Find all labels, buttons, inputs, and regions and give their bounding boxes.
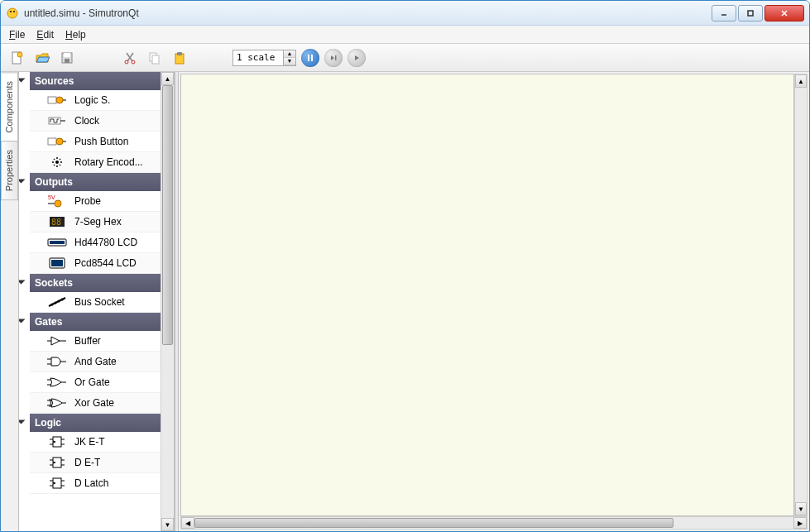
tree-item-label: Push Button bbox=[74, 136, 128, 147]
toolbar: ▲ ▼ bbox=[1, 44, 809, 72]
rotary-encoder-icon bbox=[46, 155, 68, 170]
tree-item-label: JK E-T bbox=[74, 436, 105, 448]
pcd8544-item[interactable]: Pcd8544 LCD bbox=[30, 253, 164, 274]
svg-line-38 bbox=[60, 159, 60, 160]
svg-point-1 bbox=[10, 11, 12, 12]
scale-input[interactable] bbox=[233, 50, 283, 65]
svg-point-53 bbox=[61, 299, 64, 301]
category-header[interactable]: Sockets bbox=[30, 274, 164, 292]
maximize-button[interactable] bbox=[738, 5, 763, 22]
category-logic: LogicJK E-TD E-TD Latch bbox=[30, 414, 164, 494]
tree-item-label: And Gate bbox=[74, 356, 117, 367]
category-header[interactable]: Gates bbox=[30, 313, 164, 331]
category-header[interactable]: Logic bbox=[30, 414, 164, 432]
tree-scrollbar[interactable]: ▲ ▼ bbox=[161, 72, 174, 531]
clock-item[interactable]: Clock bbox=[30, 111, 164, 132]
svg-point-15 bbox=[132, 60, 135, 64]
d-latch-item[interactable]: D Latch bbox=[30, 473, 164, 494]
scroll-thumb[interactable] bbox=[162, 85, 173, 345]
expand-arrow-icon[interactable] bbox=[19, 180, 26, 184]
probe-item[interactable]: 5VProbe bbox=[30, 191, 164, 212]
svg-point-0 bbox=[7, 8, 17, 18]
menu-edit[interactable]: Edit bbox=[36, 29, 54, 41]
category-header[interactable]: Outputs bbox=[30, 173, 164, 191]
tab-components[interactable]: Components bbox=[1, 72, 18, 141]
jk-et-item[interactable]: JK E-T bbox=[30, 432, 164, 453]
svg-point-2 bbox=[13, 11, 15, 12]
push-button-item[interactable]: Push Button bbox=[30, 132, 164, 152]
expand-arrow-icon[interactable] bbox=[19, 319, 26, 324]
cut-button[interactable] bbox=[120, 48, 140, 68]
canvas-hscroll-thumb[interactable] bbox=[194, 518, 673, 528]
svg-line-12 bbox=[127, 53, 132, 61]
paste-button[interactable] bbox=[170, 48, 189, 68]
category-header[interactable]: Sources bbox=[30, 72, 164, 90]
or-gate-item[interactable]: Or Gate bbox=[30, 372, 164, 393]
scale-up-button[interactable]: ▲ bbox=[284, 50, 295, 58]
open-file-button[interactable] bbox=[32, 48, 52, 68]
flipflop-icon bbox=[46, 476, 68, 491]
tree-item-label: D Latch bbox=[74, 477, 108, 489]
category-gates: GatesBufferAnd GateOr GateXor Gate bbox=[30, 313, 164, 414]
canvas-scroll-left[interactable]: ◀ bbox=[181, 517, 194, 529]
d-et-item[interactable]: D E-T bbox=[30, 453, 164, 473]
xor-gate-item[interactable]: Xor Gate bbox=[30, 393, 164, 414]
svg-rect-20 bbox=[308, 55, 309, 61]
clock-icon bbox=[46, 113, 68, 128]
svg-rect-10 bbox=[64, 53, 70, 57]
buffer-icon bbox=[46, 333, 68, 348]
scroll-up-button[interactable]: ▲ bbox=[161, 72, 174, 85]
canvas-vscroll[interactable]: ▲ ▼ bbox=[794, 74, 808, 516]
flipflop-icon bbox=[46, 455, 68, 470]
titlebar[interactable]: untitled.simu - SimutronQt bbox=[1, 1, 809, 26]
svg-rect-17 bbox=[152, 55, 159, 64]
save-file-button[interactable] bbox=[57, 48, 77, 68]
svg-point-42 bbox=[55, 200, 61, 207]
pause-button[interactable] bbox=[301, 49, 319, 67]
expand-arrow-icon[interactable] bbox=[19, 280, 26, 285]
scale-down-button[interactable]: ▼ bbox=[284, 58, 295, 65]
tab-properties[interactable]: Properties bbox=[1, 141, 18, 200]
scroll-track[interactable] bbox=[161, 85, 174, 518]
canvas[interactable] bbox=[180, 74, 794, 516]
and-gate-item[interactable]: And Gate bbox=[30, 352, 164, 372]
tree-item-label: Buffer bbox=[74, 335, 101, 347]
expand-arrow-icon[interactable] bbox=[19, 79, 26, 83]
menu-help[interactable]: Help bbox=[65, 29, 86, 41]
rotary-encoder-item[interactable]: Rotary Encod... bbox=[30, 152, 164, 173]
canvas-scroll-up[interactable]: ▲ bbox=[795, 74, 807, 88]
svg-line-36 bbox=[54, 159, 55, 160]
scroll-down-button[interactable]: ▼ bbox=[161, 518, 174, 531]
svg-line-39 bbox=[54, 165, 55, 165]
lcd-wide-icon bbox=[46, 235, 68, 250]
expand-arrow-icon[interactable] bbox=[19, 420, 26, 424]
menu-file[interactable]: File bbox=[9, 29, 25, 41]
category-sockets: SocketsBus Socket bbox=[30, 274, 164, 313]
canvas-scroll-right[interactable]: ▶ bbox=[793, 517, 807, 529]
svg-point-14 bbox=[125, 60, 128, 64]
hd44780-item[interactable]: Hd44780 LCD bbox=[30, 232, 164, 253]
svg-point-50 bbox=[51, 304, 54, 306]
step-button[interactable] bbox=[324, 49, 343, 67]
copy-button[interactable] bbox=[145, 48, 165, 68]
seven-seg-item[interactable]: 887-Seg Hex bbox=[30, 212, 164, 232]
logic-source-item[interactable]: Logic S. bbox=[30, 90, 164, 111]
probe-icon: 5V bbox=[46, 194, 68, 208]
tree-item-label: Or Gate bbox=[74, 376, 110, 388]
scale-spinner[interactable]: ▲ ▼ bbox=[232, 50, 296, 66]
canvas-hscroll[interactable]: ◀ ▶ bbox=[180, 516, 808, 530]
buffer-item[interactable]: Buffer bbox=[30, 331, 164, 352]
category-sources: SourcesLogic S.ClockPush ButtonRotary En… bbox=[30, 72, 164, 173]
canvas-scroll-down[interactable]: ▼ bbox=[795, 502, 807, 515]
bus-socket-item[interactable]: Bus Socket bbox=[30, 292, 164, 313]
minimize-button[interactable] bbox=[712, 5, 736, 22]
close-button[interactable] bbox=[764, 5, 804, 22]
run-button[interactable] bbox=[347, 49, 366, 67]
new-file-button[interactable] bbox=[7, 48, 27, 68]
svg-point-24 bbox=[56, 97, 63, 103]
svg-point-29 bbox=[56, 138, 63, 145]
svg-line-37 bbox=[60, 165, 60, 165]
menubar: File Edit Help bbox=[1, 26, 809, 44]
window-title: untitled.simu - SimutronQt bbox=[24, 7, 712, 19]
svg-rect-19 bbox=[177, 52, 182, 55]
